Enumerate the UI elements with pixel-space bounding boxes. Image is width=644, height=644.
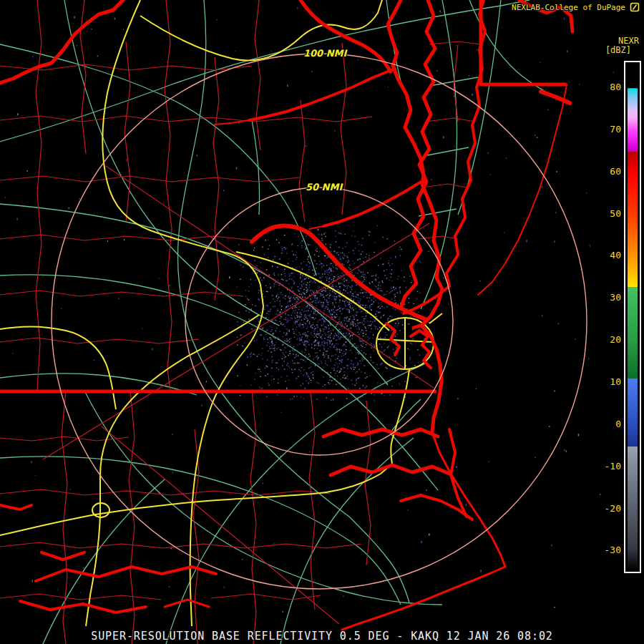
colorbar-tick-10: 10 bbox=[591, 377, 621, 387]
colorbar-tick-70: 70 bbox=[591, 125, 621, 135]
colorbar-tick--20: -20 bbox=[591, 504, 621, 514]
range-ring-label-100nmi: 100 NMI bbox=[303, 48, 346, 59]
colorbar-tick-20: 20 bbox=[591, 335, 621, 345]
colorbar-units-label: [dBZ] bbox=[605, 45, 631, 55]
dbz-colorbar-gradient bbox=[628, 64, 638, 570]
radar-viewer: { "header": { "title": "NEXLAB-College o… bbox=[0, 0, 644, 644]
status-bar-product-text: SUPER-RESOLUTION BASE REFLECTIVITY 0.5 D… bbox=[0, 630, 644, 643]
dbz-colorbar bbox=[624, 61, 641, 573]
colorbar-tick--30: -30 bbox=[591, 545, 621, 555]
colorbar-tick-80: 80 bbox=[591, 82, 621, 92]
colorbar-product-label: NEXR bbox=[618, 36, 639, 46]
colorbar-tick--10: -10 bbox=[591, 462, 621, 472]
college-of-dupage-weather-logo-icon bbox=[630, 2, 640, 12]
colorbar-tick-40: 40 bbox=[591, 250, 621, 260]
colorbar-tick-0: 0 bbox=[591, 419, 621, 429]
colorbar-tick-50: 50 bbox=[591, 209, 621, 219]
page-title: NEXLAB-College of DuPage bbox=[512, 3, 625, 12]
range-ring-label-50nmi: 50 NMI bbox=[306, 182, 342, 192]
radar-map bbox=[0, 0, 644, 644]
colorbar-tick-60: 60 bbox=[591, 167, 621, 177]
colorbar-tick-30: 30 bbox=[591, 293, 621, 303]
